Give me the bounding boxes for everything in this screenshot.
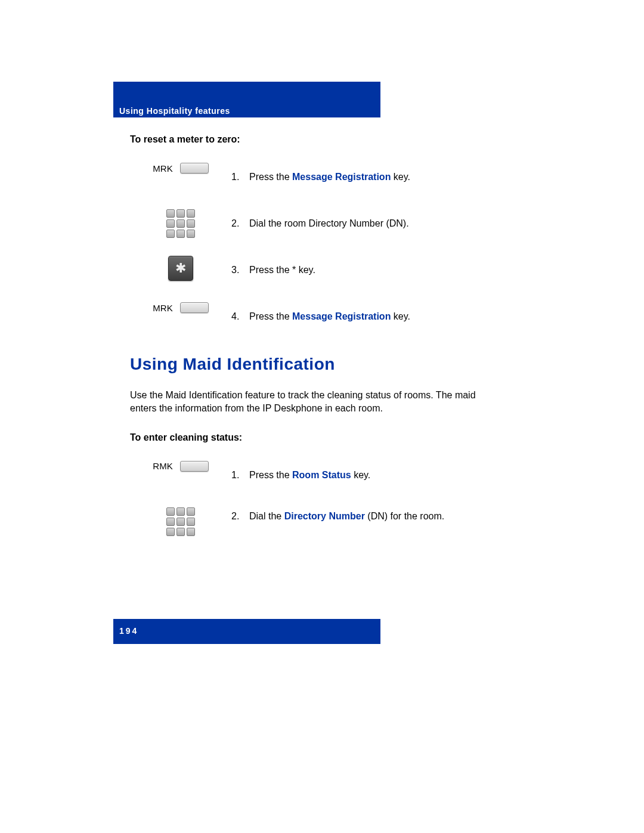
key-label: MRK xyxy=(153,163,172,174)
key-label: RMK xyxy=(153,461,172,471)
step-text: 3. Press the * key. xyxy=(231,256,488,284)
section1-title: To reset a meter to zero: xyxy=(130,134,488,145)
step-body: Dial the room Directory Number (DN). xyxy=(249,217,409,230)
step-row: 2. Dial the room Directory Number (DN). xyxy=(130,209,488,238)
step-text: 2. Dial the room Directory Number (DN). xyxy=(231,209,488,238)
step-number: 1. xyxy=(231,469,243,482)
step-row: MRK 4. Press the Message Registration ke… xyxy=(130,302,488,331)
step-text: 1. Press the Room Status key. xyxy=(231,461,488,490)
page-number: 194 xyxy=(119,626,138,636)
keypad-icon xyxy=(130,209,231,238)
step-text: 2. Dial the Directory Number (DN) for th… xyxy=(231,507,488,523)
step-text: 4. Press the Message Registration key. xyxy=(231,302,488,331)
mrk-key-icon: MRK xyxy=(130,302,231,313)
dialpad-icon xyxy=(166,507,195,536)
step-body: Press the Message Registration key. xyxy=(249,171,410,184)
step-body: Press the Message Registration key. xyxy=(249,310,410,323)
step-number: 4. xyxy=(231,310,243,323)
step-body: Press the Room Status key. xyxy=(249,469,370,482)
star-key-icon: ✱ xyxy=(168,256,193,281)
step-row: ✱ 3. Press the * key. xyxy=(130,256,488,284)
section-heading: Using Maid Identification xyxy=(130,355,488,374)
softkey-icon xyxy=(180,302,209,313)
softkey-icon xyxy=(180,461,209,472)
step-text: 1. Press the Message Registration key. xyxy=(231,163,488,191)
footer-bar xyxy=(113,619,380,644)
step-number: 2. xyxy=(231,510,243,523)
step-row: 2. Dial the Directory Number (DN) for th… xyxy=(130,507,488,536)
content-area: To reset a meter to zero: MRK 1. Press t… xyxy=(130,134,488,554)
step-number: 2. xyxy=(231,217,243,230)
section2-title: To enter cleaning status: xyxy=(130,432,488,443)
step-number: 3. xyxy=(231,264,243,277)
star-key-icon-col: ✱ xyxy=(130,256,231,281)
step-row: RMK 1. Press the Room Status key. xyxy=(130,461,488,490)
step-body: Dial the Directory Number (DN) for the r… xyxy=(249,510,444,523)
page: Using Hospitality features To reset a me… xyxy=(0,0,644,833)
step-body: Press the * key. xyxy=(249,264,315,277)
body-paragraph: Use the Maid Identification feature to t… xyxy=(130,389,488,416)
softkey-icon xyxy=(180,163,209,174)
mrk-key-icon: MRK xyxy=(130,163,231,174)
rmk-key-icon: RMK xyxy=(130,461,231,472)
step-row: MRK 1. Press the Message Registration ke… xyxy=(130,163,488,191)
key-label: MRK xyxy=(153,303,172,313)
step-number: 1. xyxy=(231,171,243,184)
keypad-icon xyxy=(130,507,231,536)
header-text: Using Hospitality features xyxy=(119,106,230,116)
dialpad-icon xyxy=(166,209,195,238)
